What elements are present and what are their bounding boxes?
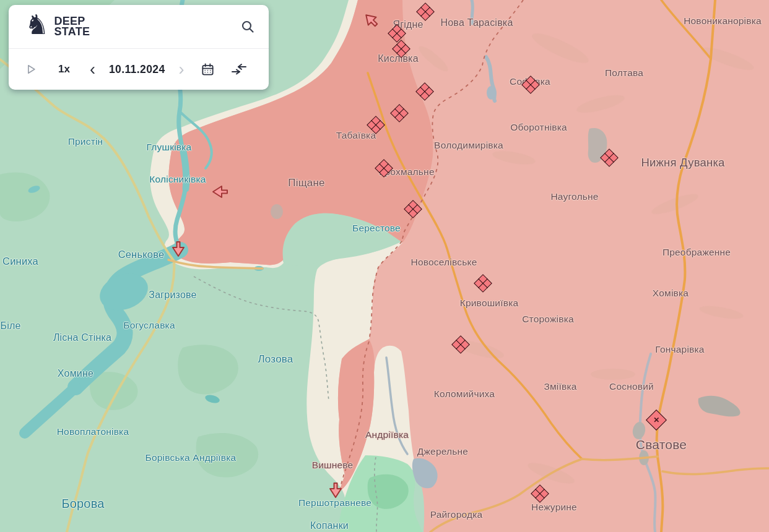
strike-x-icon: ✕: [650, 416, 663, 424]
attack-arrow-s: [170, 240, 186, 259]
prev-day-button[interactable]: ‹: [87, 63, 98, 75]
knight-logo-icon: ♞: [25, 12, 49, 37]
calendar-icon: [201, 62, 215, 77]
brand-line2: STATE: [54, 27, 90, 37]
attack-arrow-s: [328, 481, 344, 500]
merge-arrows-icon: [231, 62, 247, 77]
deepstate-map[interactable]: ПристінГлушківкаКолісниківкаСеньковеСини…: [0, 0, 769, 532]
deepstate-control-panel: ♞ DEEP STATE: [9, 5, 269, 90]
play-button[interactable]: [21, 61, 41, 78]
attack-arrow-w: [211, 184, 229, 200]
search-button[interactable]: [238, 17, 258, 36]
calendar-button[interactable]: [197, 60, 219, 79]
search-icon: [240, 19, 255, 34]
collapse-panel-button[interactable]: [227, 59, 251, 79]
date-display[interactable]: 10.11.2024: [103, 63, 172, 76]
play-icon: [25, 63, 37, 75]
deepstate-logo: ♞ DEEP STATE: [25, 16, 90, 37]
next-day-button[interactable]: ›: [176, 63, 187, 75]
speed-button[interactable]: 1x: [54, 61, 74, 78]
